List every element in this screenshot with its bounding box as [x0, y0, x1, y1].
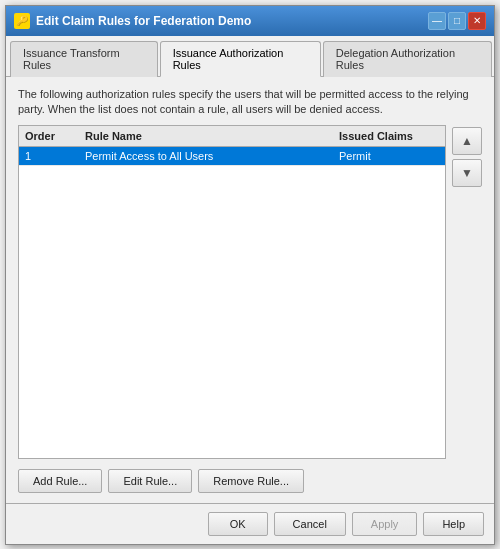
minimize-button[interactable]: — [428, 12, 446, 30]
add-rule-button[interactable]: Add Rule... [18, 469, 102, 493]
tab-delegation-auth[interactable]: Delegation Authorization Rules [323, 41, 492, 77]
cancel-button[interactable]: Cancel [274, 512, 346, 536]
maximize-button[interactable]: □ [448, 12, 466, 30]
ok-button[interactable]: OK [208, 512, 268, 536]
cell-order: 1 [25, 150, 85, 162]
rule-buttons: Add Rule... Edit Rule... Remove Rule... [18, 469, 482, 493]
move-down-button[interactable]: ▼ [452, 159, 482, 187]
side-buttons: ▲ ▼ [452, 125, 482, 458]
tab-content: The following authorization rules specif… [6, 77, 494, 503]
cell-issued-claims: Permit [339, 150, 439, 162]
table-header: Order Rule Name Issued Claims [19, 126, 445, 147]
edit-rule-button[interactable]: Edit Rule... [108, 469, 192, 493]
remove-rule-button[interactable]: Remove Rule... [198, 469, 304, 493]
title-bar: 🔑 Edit Claim Rules for Federation Demo —… [6, 6, 494, 36]
window-title: Edit Claim Rules for Federation Demo [36, 14, 251, 28]
bottom-bar: OK Cancel Apply Help [6, 503, 494, 544]
description-text: The following authorization rules specif… [18, 87, 482, 118]
title-buttons: — □ ✕ [428, 12, 486, 30]
column-order: Order [25, 130, 85, 142]
move-up-button[interactable]: ▲ [452, 127, 482, 155]
window-icon: 🔑 [14, 13, 30, 29]
table-body: 1 Permit Access to All Users Permit [19, 147, 445, 457]
tab-issuance-transform[interactable]: Issuance Transform Rules [10, 41, 158, 77]
tabs-bar: Issuance Transform Rules Issuance Author… [6, 36, 494, 77]
cell-rule-name: Permit Access to All Users [85, 150, 339, 162]
down-arrow-icon: ▼ [461, 166, 473, 180]
tab-issuance-auth[interactable]: Issuance Authorization Rules [160, 41, 321, 77]
table-row[interactable]: 1 Permit Access to All Users Permit [19, 147, 445, 166]
column-rule-name: Rule Name [85, 130, 339, 142]
up-arrow-icon: ▲ [461, 134, 473, 148]
apply-button[interactable]: Apply [352, 512, 418, 536]
rules-table: Order Rule Name Issued Claims 1 Permit A… [18, 125, 446, 458]
close-button[interactable]: ✕ [468, 12, 486, 30]
help-button[interactable]: Help [423, 512, 484, 536]
main-window: 🔑 Edit Claim Rules for Federation Demo —… [5, 5, 495, 545]
table-area: Order Rule Name Issued Claims 1 Permit A… [18, 125, 482, 458]
title-bar-left: 🔑 Edit Claim Rules for Federation Demo [14, 13, 251, 29]
column-issued-claims: Issued Claims [339, 130, 439, 142]
